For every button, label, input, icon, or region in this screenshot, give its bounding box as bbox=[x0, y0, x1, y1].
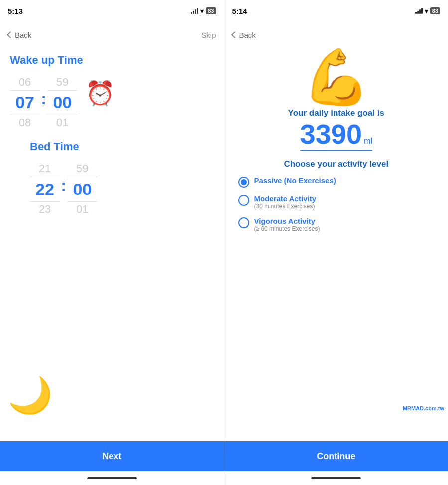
status-icons-left: ▾ 83 bbox=[191, 7, 216, 15]
wake-up-time-picker: 06 07 08 : 59 00 01 ⏰ bbox=[10, 75, 214, 130]
watermark: MRMAD.com.tw bbox=[403, 405, 444, 411]
option-text-moderate: Moderate Activity (30 minutes Exercises) bbox=[254, 194, 316, 210]
main-panels: Back Skip Wake up Time 06 07 08 : 59 00 bbox=[0, 22, 448, 441]
bed-hour-col[interactable]: 21 22 23 bbox=[30, 161, 60, 217]
battery-left: 83 bbox=[206, 7, 216, 14]
wake-hour-selected: 07 bbox=[10, 90, 40, 115]
status-bar-right: 5:14 ▾ 83 bbox=[224, 0, 448, 22]
bed-time-columns: 21 22 23 : 59 00 01 bbox=[30, 161, 214, 217]
intake-label: Your daily intake goal is bbox=[288, 108, 384, 118]
signal-icon-left bbox=[191, 8, 198, 14]
wake-up-title: Wake up Time bbox=[10, 54, 214, 67]
wifi-icon-right: ▾ bbox=[425, 7, 428, 15]
radio-passive[interactable] bbox=[238, 177, 249, 188]
back-label-right: Back bbox=[239, 31, 256, 39]
option-text-passive: Passive (No Exercises) bbox=[254, 176, 336, 185]
option-moderate-label: Moderate Activity bbox=[254, 194, 316, 203]
bed-hour-below: 23 bbox=[39, 202, 51, 217]
activity-title: Choose your activity level bbox=[284, 159, 388, 169]
wake-min-below: 01 bbox=[56, 115, 68, 131]
radio-vigorous[interactable] bbox=[238, 217, 249, 228]
bed-hour-selected: 22 bbox=[30, 177, 60, 202]
next-button[interactable]: Next bbox=[0, 441, 224, 471]
right-panel: Back 💪 Your daily intake goal is 3390 ml… bbox=[224, 22, 448, 441]
status-bar-left: 5:13 ▾ 83 bbox=[0, 0, 224, 22]
moon-icon: 🌙 bbox=[8, 374, 53, 416]
wake-up-section: Wake up Time 06 07 08 : 59 00 01 ⏰ bbox=[0, 46, 224, 130]
wake-up-hour-col[interactable]: 06 07 08 bbox=[10, 75, 40, 130]
option-passive-label: Passive (No Exercises) bbox=[254, 176, 336, 185]
left-panel: Back Skip Wake up Time 06 07 08 : 59 00 bbox=[0, 22, 224, 441]
chevron-left-icon bbox=[7, 31, 14, 38]
intake-unit: ml bbox=[364, 137, 372, 146]
skip-button[interactable]: Skip bbox=[201, 31, 216, 39]
option-vigorous-sub: (≥ 60 minutes Exercises) bbox=[254, 225, 320, 232]
status-bars: 5:13 ▾ 83 5:14 ▾ 83 bbox=[0, 0, 448, 22]
radio-moderate[interactable] bbox=[238, 195, 249, 206]
alarm-clock-icon: ⏰ bbox=[85, 80, 115, 107]
continue-button[interactable]: Continue bbox=[224, 441, 448, 471]
radio-passive-fill bbox=[241, 179, 247, 185]
activity-option-passive[interactable]: Passive (No Exercises) bbox=[238, 176, 439, 188]
nav-bar-right: Back bbox=[224, 22, 448, 46]
wake-colon: : bbox=[40, 89, 47, 130]
option-text-vigorous: Vigorous Activity (≥ 60 minutes Exercise… bbox=[254, 217, 320, 232]
wake-hour-below: 08 bbox=[19, 115, 31, 131]
activity-options: Passive (No Exercises) Moderate Activity… bbox=[234, 176, 439, 232]
back-button-right[interactable]: Back bbox=[232, 31, 256, 39]
back-button-left[interactable]: Back bbox=[8, 31, 31, 39]
home-bar-right bbox=[311, 477, 361, 479]
back-label-left: Back bbox=[15, 31, 31, 39]
intake-number: 3390 bbox=[300, 120, 362, 148]
bed-min-col[interactable]: 59 00 01 bbox=[67, 161, 97, 217]
option-moderate-sub: (30 minutes Exercises) bbox=[254, 203, 316, 210]
bed-min-below: 01 bbox=[76, 202, 88, 217]
activity-option-vigorous[interactable]: Vigorous Activity (≥ 60 minutes Exercise… bbox=[238, 217, 439, 232]
wake-min-selected: 00 bbox=[47, 90, 77, 115]
time-left: 5:13 bbox=[8, 7, 23, 15]
time-right: 5:14 bbox=[232, 7, 247, 15]
bed-hour-above: 21 bbox=[39, 161, 51, 177]
bed-time-section: Bed Time 21 22 23 : 59 00 01 bbox=[0, 130, 224, 217]
wake-min-above: 59 bbox=[56, 75, 68, 90]
muscle-icon: 💪 bbox=[302, 50, 370, 104]
bottom-bar: Next Continue bbox=[0, 441, 448, 471]
wifi-icon-left: ▾ bbox=[200, 7, 204, 15]
bed-time-title: Bed Time bbox=[30, 140, 214, 153]
activity-option-moderate[interactable]: Moderate Activity (30 minutes Exercises) bbox=[238, 194, 439, 210]
bed-content: Bed Time 21 22 23 : 59 00 01 bbox=[30, 140, 214, 217]
home-indicator-left bbox=[0, 471, 224, 485]
status-icons-right: ▾ 83 bbox=[415, 7, 440, 15]
battery-right: 83 bbox=[430, 7, 440, 14]
wake-hour-above: 06 bbox=[19, 75, 31, 90]
bed-min-selected: 00 bbox=[67, 177, 97, 202]
bed-min-above: 59 bbox=[76, 161, 88, 177]
wake-up-columns: 06 07 08 : 59 00 01 bbox=[10, 75, 77, 130]
intake-value-row: 3390 ml bbox=[300, 120, 372, 151]
option-vigorous-label: Vigorous Activity bbox=[254, 217, 320, 225]
home-bar-left bbox=[87, 477, 137, 479]
right-content: 💪 Your daily intake goal is 3390 ml Choo… bbox=[224, 46, 448, 232]
nav-bar-left: Back Skip bbox=[0, 22, 224, 46]
wake-up-min-col[interactable]: 59 00 01 bbox=[47, 75, 77, 130]
home-indicator-right bbox=[224, 471, 448, 485]
chevron-left-icon-right bbox=[231, 31, 238, 38]
signal-icon-right bbox=[415, 8, 423, 14]
home-area bbox=[0, 471, 448, 485]
bed-colon: : bbox=[60, 175, 67, 217]
